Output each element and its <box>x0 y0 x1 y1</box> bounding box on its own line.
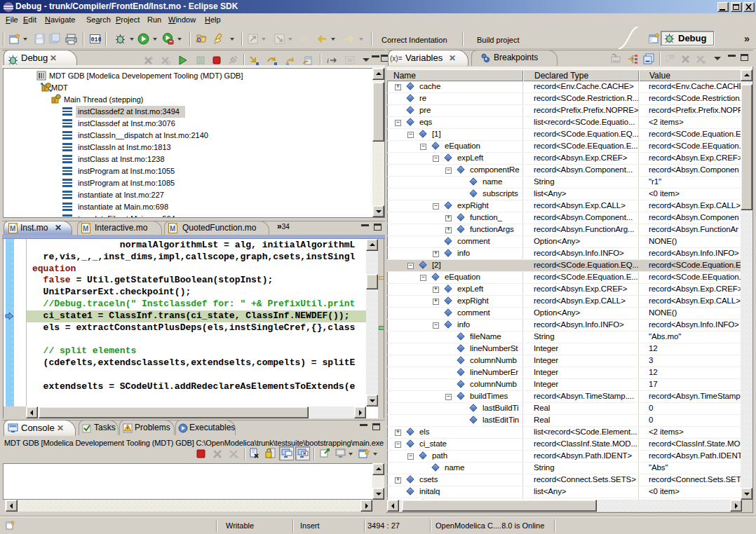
svg-text:M: M <box>83 225 88 233</box>
svg-text:M: M <box>170 225 175 233</box>
svg-text:010: 010 <box>91 36 102 43</box>
svg-text:i: i <box>327 56 329 64</box>
svg-text:M: M <box>10 225 15 233</box>
